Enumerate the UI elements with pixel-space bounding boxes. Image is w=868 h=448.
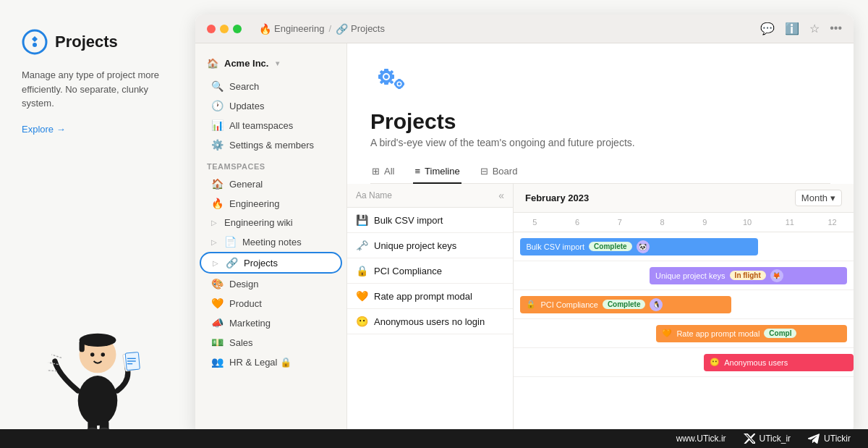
chart-row-unique-keys: Unique project keys In flight 🦊	[514, 261, 854, 290]
sidebar-item-product[interactable]: 🧡 Product	[200, 294, 342, 313]
bulk-csv-icon: 💾	[356, 214, 368, 226]
anon-bar-icon: 😶	[710, 358, 720, 367]
tab-all-label: All	[384, 166, 394, 177]
more-icon[interactable]: •••	[830, 22, 842, 35]
browser-window: 🔥 Engineering / 🔗 Projects 💬 ℹ️ ☆ ••• 🏠 …	[195, 14, 854, 434]
date-12: 12	[811, 216, 854, 229]
svg-point-31	[398, 83, 401, 85]
sidebar-item-updates[interactable]: 🕐 Updates	[200, 96, 342, 115]
unique-keys-icon: 🗝️	[356, 240, 368, 251]
info-icon[interactable]: ℹ️	[785, 22, 799, 35]
projects-nav-icon: 🔗	[226, 257, 238, 269]
sidebar-item-projects[interactable]: ▷ 🔗 Projects	[200, 252, 342, 274]
timeline-row-bulk-csv[interactable]: 💾 Bulk CSV import	[347, 208, 513, 233]
explore-link[interactable]: Explore →	[22, 124, 174, 135]
sidebar-item-engineering[interactable]: 🔥 Engineering	[200, 194, 342, 213]
timeline-row-rate-app[interactable]: 🧡 Rate app prompt modal	[347, 284, 513, 309]
app-description: Manage any type of project more efficien…	[22, 68, 174, 111]
anon-users-bar-label: Anonymous users	[724, 358, 788, 367]
bulk-csv-bar-label: Bulk CSV import	[526, 242, 584, 251]
pci-bar-label: PCI Compliance	[540, 300, 597, 309]
date-11: 11	[769, 216, 812, 229]
sidebar-projects-label: Projects	[244, 258, 278, 269]
bulk-csv-label: Bulk CSV import	[374, 215, 443, 226]
settings-icon: ⚙️	[211, 139, 224, 151]
comment-icon[interactable]: 💬	[760, 22, 775, 35]
month-label: February 2023	[525, 193, 589, 203]
collapse-button[interactable]: «	[498, 190, 504, 201]
sidebar-item-sales[interactable]: 💵 Sales	[200, 333, 342, 352]
sidebar-item-marketing[interactable]: 📣 Marketing	[200, 313, 342, 332]
rate-app-label: Rate app prompt modal	[374, 291, 472, 302]
timeline-area: Aa Name « 💾 Bulk CSV import 🗝️ Unique pr…	[347, 184, 854, 434]
minimize-button[interactable]	[220, 25, 229, 33]
sidebar-item-search[interactable]: 🔍 Search	[200, 77, 342, 96]
workspace-selector[interactable]: 🏠 Acme Inc. ▾	[195, 54, 346, 76]
star-icon[interactable]: ☆	[809, 22, 820, 35]
tab-board-label: Board	[493, 166, 518, 177]
rate-app-bar-icon: 🧡	[662, 329, 672, 338]
breadcrumb-parent[interactable]: 🔥 Engineering	[259, 23, 324, 35]
tab-board[interactable]: ⊟ Board	[479, 160, 519, 184]
timeline-row-pci[interactable]: 🔒 PCI Compliance	[347, 258, 513, 284]
sidebar-item-eng-wiki[interactable]: ▷ Engineering wiki	[200, 214, 342, 232]
product-icon: 🧡	[211, 297, 224, 309]
teamspaces-section-label: Teamspaces	[195, 155, 346, 174]
browser-actions: 💬 ℹ️ ☆ •••	[760, 22, 842, 35]
footer-website: www.UTick.ir	[676, 434, 726, 444]
maximize-button[interactable]	[233, 25, 242, 33]
chart-row-anon-users: 😶 Anonymous users	[514, 348, 854, 377]
twitter-icon	[744, 434, 755, 444]
left-panel: Projects Manage any type of project more…	[0, 0, 195, 448]
tab-all[interactable]: ⊞ All	[370, 160, 396, 184]
anon-users-bar[interactable]: 😶 Anonymous users	[704, 354, 854, 371]
browser-titlebar: 🔥 Engineering / 🔗 Projects 💬 ℹ️ ☆ •••	[195, 14, 854, 43]
engineering-icon: 🔥	[211, 198, 224, 209]
sidebar-item-hr-legal[interactable]: 👥 HR & Legal 🔒	[200, 352, 342, 371]
unique-keys-bar[interactable]: Unique project keys In flight 🦊	[650, 267, 847, 284]
bulk-csv-avatar: 🐼	[637, 240, 650, 253]
engineering-icon: 🔥	[259, 23, 271, 35]
close-button[interactable]	[207, 25, 216, 33]
svg-rect-33	[398, 87, 401, 89]
unique-keys-bar-label: Unique project keys	[655, 271, 726, 280]
page-subtitle: A bird's-eye view of the team's ongoing …	[370, 137, 830, 148]
meeting-notes-icon: 📄	[224, 236, 237, 248]
sidebar-item-settings[interactable]: ⚙️ Settings & members	[200, 135, 342, 154]
timeline-row-anon-users[interactable]: 😶 Anonymous users no login	[347, 309, 513, 334]
footer: www.UTick.ir UTick_ir UTickir	[0, 429, 868, 448]
bulk-csv-bar[interactable]: Bulk CSV import Complete 🐼	[520, 238, 758, 255]
all-tab-icon: ⊞	[372, 166, 380, 177]
sidebar-all-teamspaces-label: All teamspaces	[229, 120, 293, 131]
svg-point-1	[33, 43, 37, 47]
svg-rect-22	[384, 69, 388, 72]
breadcrumb-current[interactable]: 🔗 Projects	[336, 23, 385, 35]
unique-keys-status: In flight	[730, 271, 766, 280]
tab-timeline-label: Timeline	[425, 166, 460, 177]
sidebar-item-design[interactable]: 🎨 Design	[200, 274, 342, 293]
expand-icon: ▷	[211, 238, 217, 246]
anon-users-icon: 😶	[356, 316, 368, 327]
pci-bar[interactable]: 🔒 PCI Compliance Complete 🐧	[520, 296, 731, 313]
sidebar-hr-legal-label: HR & Legal 🔒	[229, 357, 292, 368]
timeline-list-header: Aa Name «	[347, 184, 513, 208]
rate-app-bar[interactable]: 🧡 Rate app prompt modal Compl	[656, 325, 846, 342]
date-6: 6	[556, 216, 599, 229]
svg-point-4	[80, 334, 116, 347]
pci-icon: 🔒	[356, 265, 368, 276]
svg-rect-5	[80, 340, 85, 352]
svg-line-17	[51, 355, 61, 358]
month-selector[interactable]: Month ▾	[795, 190, 842, 206]
character-illustration	[22, 289, 174, 434]
expand-icon: ▷	[211, 219, 217, 227]
breadcrumb: 🔥 Engineering / 🔗 Projects	[259, 23, 385, 35]
name-column-header: Aa Name	[356, 190, 392, 200]
tab-timeline[interactable]: ≡ Timeline	[413, 160, 461, 184]
sidebar-item-all-teamspaces[interactable]: 📊 All teamspaces	[200, 116, 342, 135]
timeline-row-unique-keys[interactable]: 🗝️ Unique project keys	[347, 233, 513, 258]
sidebar-search-label: Search	[229, 81, 259, 92]
svg-rect-35	[402, 83, 404, 85]
sidebar-item-meeting-notes[interactable]: ▷ 📄 Meeting notes	[200, 232, 342, 251]
sidebar-item-general[interactable]: 🏠 General	[200, 174, 342, 193]
app-title-row: Projects	[22, 29, 174, 55]
